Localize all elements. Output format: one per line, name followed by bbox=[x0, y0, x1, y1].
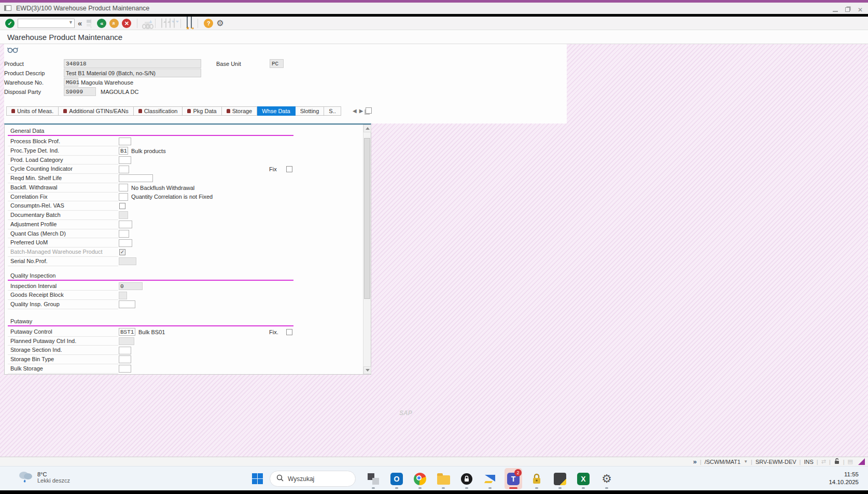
scrollbar-thumb[interactable] bbox=[364, 138, 370, 299]
tab-s[interactable]: S.. bbox=[324, 106, 341, 116]
restore-icon[interactable] bbox=[845, 7, 850, 12]
disposal-party-description: MAGOULA DC bbox=[101, 89, 138, 95]
base-unit-field[interactable]: PC bbox=[270, 59, 284, 68]
product-description-field[interactable]: Test B1 Material 09 (Batch, no-S/N) bbox=[64, 68, 201, 77]
teams-icon[interactable]: T2 bbox=[505, 468, 522, 489]
tab-scroll-left-icon[interactable]: ◀ bbox=[353, 108, 357, 114]
toolbar-separator bbox=[180, 19, 181, 28]
start-button[interactable] bbox=[252, 473, 263, 484]
close-icon[interactable]: ✕ bbox=[857, 6, 864, 13]
checkbox-consumptn-rel-vas[interactable] bbox=[119, 203, 125, 209]
enter-icon[interactable]: ✓ bbox=[5, 18, 15, 29]
input-field-prod-load-category[interactable] bbox=[119, 156, 131, 164]
keepass-icon[interactable] bbox=[528, 468, 545, 489]
transaction-dropdown-icon[interactable]: ▼ bbox=[744, 459, 748, 464]
product-field[interactable]: 348918 bbox=[64, 59, 201, 68]
tab-label: Pkg Data bbox=[193, 108, 216, 114]
input-field-reqd-min-shelf-life[interactable] bbox=[119, 174, 153, 182]
input-field-backfl-withdrawal[interactable] bbox=[119, 184, 128, 191]
section-underline bbox=[8, 135, 293, 136]
task-view-icon[interactable] bbox=[365, 468, 382, 489]
tab-storage[interactable]: Storage bbox=[222, 106, 258, 116]
tab-scroll-right-icon[interactable]: ▶ bbox=[359, 108, 363, 114]
command-input[interactable] bbox=[18, 19, 75, 28]
input-field-proc-type-det-ind[interactable]: B1 bbox=[119, 147, 128, 155]
section-title: Quality Inspection bbox=[8, 272, 293, 280]
input-field-correlation-fix[interactable] bbox=[119, 193, 128, 201]
form-row: Batch-Managed Warehouse Product✓ bbox=[8, 248, 293, 257]
running-indicator bbox=[418, 487, 422, 489]
tab-classification[interactable]: Classification bbox=[134, 106, 183, 116]
readonly-field-planned-putaway-ctrl-ind bbox=[119, 337, 134, 345]
sap-logon-icon[interactable] bbox=[481, 468, 499, 489]
input-field-cycle-counting-indicator[interactable] bbox=[119, 166, 129, 173]
tab-slotting[interactable]: Slotting bbox=[296, 106, 325, 116]
tab-status-icon bbox=[187, 109, 191, 113]
section-general-data: General DataProcess Block Prof.Proc.Type… bbox=[8, 127, 293, 266]
checkbox-batch-managed-warehouse-product[interactable]: ✓ bbox=[119, 249, 125, 255]
input-field-quant-clas-merch-d[interactable] bbox=[119, 230, 129, 238]
help-icon[interactable]: ? bbox=[204, 18, 213, 29]
tab-whse-data[interactable]: Whse Data bbox=[257, 106, 295, 116]
field-label: Quant Clas (Merch D) bbox=[8, 229, 118, 239]
exit-icon[interactable]: « bbox=[109, 18, 119, 29]
field-label: Inspection Interval bbox=[8, 282, 118, 291]
privacy-lock-icon[interactable] bbox=[458, 468, 475, 489]
input-field-preferred-uom[interactable] bbox=[119, 239, 132, 247]
field-label: Putaway Control bbox=[8, 327, 118, 337]
chrome-icon[interactable] bbox=[411, 468, 429, 489]
file-explorer-icon[interactable] bbox=[435, 468, 452, 489]
search-input[interactable]: Wyszukaj bbox=[270, 471, 356, 487]
tab-additional-gtins-eans[interactable]: Additional GTINs/EANs bbox=[59, 106, 133, 116]
section-quality-inspection: Quality InspectionInspection Interval0Go… bbox=[8, 272, 293, 309]
collapse-command-icon[interactable]: « bbox=[78, 19, 82, 28]
input-field-storage-section-ind[interactable] bbox=[119, 347, 131, 354]
new-session-icon[interactable] bbox=[187, 19, 188, 28]
input-field-storage-bin-type[interactable] bbox=[119, 355, 131, 363]
disposal-party-field[interactable]: S9099 bbox=[64, 87, 96, 96]
outlook-icon[interactable]: O bbox=[388, 468, 405, 489]
input-field-adjustment-profile[interactable] bbox=[119, 221, 132, 228]
cancel-icon[interactable]: ✕ bbox=[122, 18, 131, 29]
scroll-down-icon[interactable] bbox=[363, 366, 371, 374]
customize-icon[interactable]: ⚙ bbox=[216, 19, 223, 28]
create-shortcut-icon[interactable] bbox=[191, 19, 192, 28]
field-label: Documentary Batch bbox=[8, 211, 118, 220]
excel-icon[interactable]: X bbox=[575, 468, 592, 489]
input-field-bulk-storage[interactable] bbox=[119, 365, 131, 373]
vertical-scrollbar[interactable] bbox=[363, 125, 371, 374]
input-field-process-block-prof[interactable] bbox=[119, 138, 131, 145]
tab-overview-icon[interactable] bbox=[366, 107, 372, 114]
tab-strip: Units of Meas.Additional GTINs/EANsClass… bbox=[6, 106, 341, 116]
input-field-putaway-control[interactable]: BST1 bbox=[119, 328, 135, 336]
settings-icon[interactable]: ⚙ bbox=[598, 468, 615, 489]
tab-status-icon bbox=[227, 109, 230, 113]
form-row: Preferred UoM bbox=[8, 238, 293, 248]
warehouse-number-field[interactable]: MG01 bbox=[64, 78, 78, 87]
command-field[interactable]: ▼ bbox=[18, 18, 75, 28]
sap-logo-watermark: SAP bbox=[399, 409, 412, 417]
form-row: Base Unit PC bbox=[216, 59, 284, 68]
display-change-toggle-icon[interactable] bbox=[7, 46, 19, 56]
resize-grip-icon[interactable] bbox=[858, 458, 865, 465]
back-icon[interactable]: « bbox=[97, 18, 106, 29]
weather-widget[interactable]: 8°C Lekki deszcz bbox=[18, 470, 70, 485]
sap-session-icon bbox=[4, 5, 11, 11]
notes-icon[interactable] bbox=[551, 468, 569, 489]
scroll-up-icon[interactable] bbox=[363, 125, 371, 132]
input-field-quality-insp-group[interactable] bbox=[119, 300, 135, 308]
fix-checkbox[interactable] bbox=[286, 329, 292, 335]
window-title: EWD(3)/100 Warehouse Product Maintenance bbox=[16, 5, 149, 12]
tab-units-of-meas[interactable]: Units of Meas. bbox=[6, 106, 59, 116]
next-page-icon bbox=[170, 19, 171, 28]
status-overflow-icon[interactable]: » bbox=[693, 458, 697, 465]
transaction-code[interactable]: /SCWM/MAT1 bbox=[705, 459, 740, 465]
form-row: Warehouse No. MG01 Magoula Warehouse bbox=[4, 78, 133, 87]
tab-status-icon bbox=[11, 109, 15, 113]
running-indicator bbox=[442, 487, 445, 489]
fix-checkbox[interactable] bbox=[286, 166, 292, 172]
tab-pkg-data[interactable]: Pkg Data bbox=[183, 106, 221, 116]
status-bar: » | /SCWM/MAT1 ▼ | SRV-EWM-DEV | INS | ⇄… bbox=[0, 457, 868, 466]
taskbar-clock[interactable]: 11:55 14.10.2025 bbox=[829, 471, 859, 486]
minimize-icon[interactable] bbox=[833, 8, 838, 12]
